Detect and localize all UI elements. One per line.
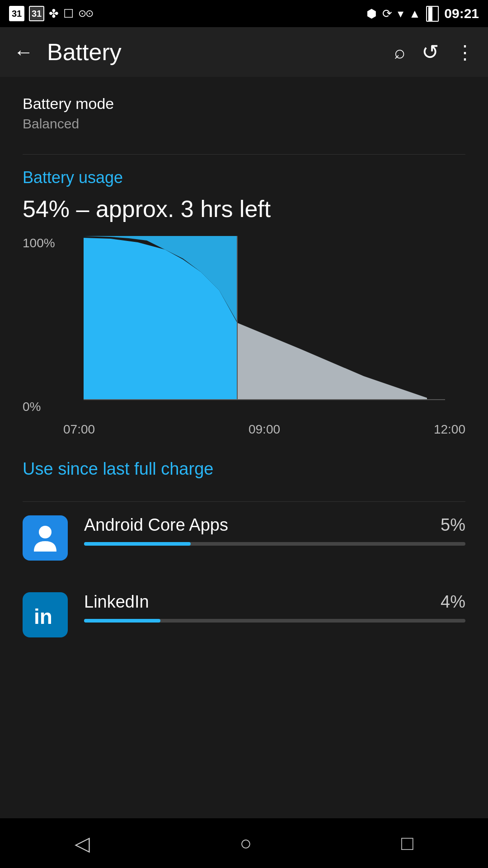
status-bar-right: ⬢ ⟳ ▾ ▲ ▌ 09:21 [366,6,479,22]
calendar-icon-1: 31 [9,6,24,21]
search-icon[interactable]: ⌕ [394,41,405,63]
linkedin-app-name: LinkedIn [84,592,149,612]
bluetooth-icon: ⬢ [366,7,377,21]
android-core-apps-icon [23,515,68,561]
linkedin-progress-bg [84,619,465,623]
linkedin-progress-fill [84,619,160,623]
x-label-0900: 09:00 [249,422,280,437]
android-core-apps-name-row: Android Core Apps 5% [84,515,465,535]
app-usage-item-linkedin[interactable]: in LinkedIn 4% [23,592,465,646]
battery-chart: 100% 0% [23,236,465,437]
android-core-apps-progress-bg [84,542,465,546]
sync-icon: ⟳ [382,7,392,21]
battery-chart-svg [63,236,465,417]
more-options-icon[interactable]: ⋮ [455,41,474,63]
page-title: Battery [47,38,394,66]
square-icon: ☐ [63,7,74,21]
main-content: Battery mode Balanced Battery usage 54% … [0,77,488,687]
android-core-apps-progress-fill [84,542,191,546]
battery-summary: 54% – approx. 3 hrs left [23,195,465,222]
battery-usage-section: Battery usage 54% – approx. 3 hrs left 1… [23,168,465,646]
linkedin-name-row: LinkedIn 4% [84,592,465,612]
signal-icon: ▲ [409,7,421,21]
wifi-icon: ▾ [398,7,404,21]
battery-mode-section: Battery mode Balanced [23,95,465,132]
linkedin-info: LinkedIn 4% [84,592,465,623]
chart-area: 07:00 09:00 12:00 [63,236,465,437]
android-core-apps-info: Android Core Apps 5% [84,515,465,546]
bottom-nav: ◁ ○ □ [0,818,488,868]
use-since-label[interactable]: Use since last full charge [23,459,465,479]
recents-nav-button[interactable]: □ [401,832,413,854]
android-core-apps-name: Android Core Apps [84,515,228,535]
voicemail-icon: ⊙⊙ [78,8,93,19]
person-icon [32,522,59,554]
y-label-0: 0% [23,400,63,414]
battery-mode-label: Battery mode [23,95,465,113]
nav-icons: ⌕ ↺ ⋮ [394,40,474,64]
home-nav-button[interactable]: ○ [239,832,252,854]
battery-mode-value: Balanced [23,116,465,132]
svg-text:in: in [34,605,52,628]
back-button[interactable]: ← [14,41,33,63]
battery-icon: ▌ [426,6,439,22]
divider-2 [23,501,465,502]
divider-1 [23,154,465,155]
refresh-icon[interactable]: ↺ [422,40,439,64]
linkedin-logo-icon: in [29,599,61,631]
back-nav-button[interactable]: ◁ [75,832,90,855]
svg-point-7 [39,526,52,538]
puzzle-icon: ✤ [49,7,59,21]
status-bar-left: 31 31 ✤ ☐ ⊙⊙ [9,6,93,21]
app-usage-item-android[interactable]: Android Core Apps 5% [23,515,465,570]
top-nav-bar: ← Battery ⌕ ↺ ⋮ [0,27,488,77]
battery-usage-heading: Battery usage [23,168,465,187]
calendar-icon-2: 31 [29,6,44,21]
android-core-apps-percent: 5% [441,515,465,535]
status-time: 09:21 [444,6,479,21]
linkedin-icon-wrapper: in [23,592,68,637]
status-bar: 31 31 ✤ ☐ ⊙⊙ ⬢ ⟳ ▾ ▲ ▌ 09:21 [0,0,488,27]
x-label-0700: 07:00 [63,422,95,437]
y-label-100: 100% [23,236,63,250]
x-label-1200: 12:00 [434,422,465,437]
linkedin-app-percent: 4% [441,592,465,612]
